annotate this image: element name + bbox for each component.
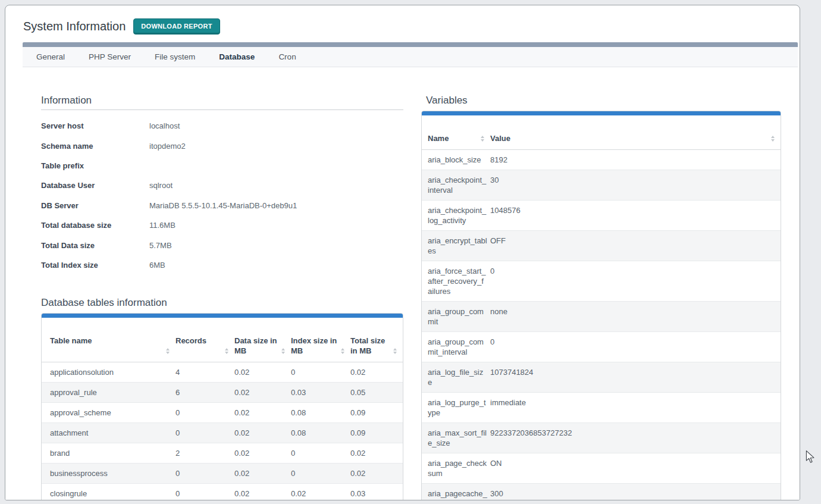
column-label: Data size in MB xyxy=(234,336,277,355)
sort-arrows-icon xyxy=(166,348,170,354)
cell-name: aria_force_start_after_recovery_failures xyxy=(422,261,490,302)
tab-container: GeneralPHP ServerFile systemDatabaseCron xyxy=(23,42,798,67)
column-header-records[interactable]: Records xyxy=(176,318,234,362)
desktop-background: { "page": { "title": "System Information… xyxy=(0,0,821,504)
info-value: 5.7MB xyxy=(149,241,172,250)
tab-php-server[interactable]: PHP Server xyxy=(77,52,143,61)
variables-card: NameValuearia_block_size8192aria_checkpo… xyxy=(421,111,781,500)
cell-value: immediate xyxy=(490,393,781,423)
variables-table: NameValuearia_block_size8192aria_checkpo… xyxy=(422,115,781,500)
tab-general[interactable]: General xyxy=(24,52,77,61)
table-row: aria_log_purge_typeimmediate xyxy=(422,393,781,423)
info-row: Server hostlocalhost xyxy=(41,116,403,136)
cell-table-name: approval_scheme xyxy=(42,403,176,423)
column-label: Total size in MB xyxy=(350,336,385,355)
table-row: businessprocess00.0200.02 xyxy=(42,464,403,484)
download-report-button[interactable]: DOWNLOAD REPORT xyxy=(133,18,220,35)
info-label: Total Index size xyxy=(41,261,149,270)
tab-top-bar xyxy=(23,42,798,47)
table-row: approval_scheme00.020.080.09 xyxy=(42,403,403,423)
cell-value: 9223372036853727232 xyxy=(490,423,781,453)
table-accent-bar xyxy=(422,111,781,115)
header-row: NameValue xyxy=(422,115,781,150)
cell-name: aria_encrypt_tables xyxy=(422,231,490,261)
information-heading: Information xyxy=(41,94,403,110)
cell-value: 0 xyxy=(490,332,781,362)
db-tables-heading: Database tables information xyxy=(41,296,403,309)
column-header-name[interactable]: Name xyxy=(422,115,490,150)
cell-value: 8192 xyxy=(490,150,781,170)
cell-index-size-in-mb: 0.03 xyxy=(291,383,350,403)
cell-index-size-in-mb: 0.08 xyxy=(291,403,350,423)
table-row: brand20.0200.02 xyxy=(42,443,403,464)
table-row: closingrule00.020.020.03 xyxy=(42,484,403,500)
column-header-value[interactable]: Value xyxy=(490,115,781,150)
cell-name: aria_page_checksum xyxy=(422,453,490,484)
cell-records: 0 xyxy=(176,403,234,423)
column-label: Name xyxy=(428,134,449,143)
cell-index-size-in-mb: 0 xyxy=(291,362,350,383)
column-header-table-name[interactable]: Table name xyxy=(42,318,176,362)
info-label: Server host xyxy=(41,121,149,130)
sort-arrows-icon xyxy=(393,348,397,354)
table-row: aria_page_checksumON xyxy=(422,453,781,484)
cell-records: 6 xyxy=(176,383,234,403)
info-row: Table prefix xyxy=(41,156,403,176)
cell-name: aria_log_purge_type xyxy=(422,393,490,423)
cell-records: 0 xyxy=(176,423,234,443)
column-header-data-size-in-mb[interactable]: Data size in MB xyxy=(234,318,291,362)
cell-table-name: approval_rule xyxy=(42,383,176,403)
cell-total-size-in-mb: 0.05 xyxy=(350,383,403,403)
cell-total-size-in-mb: 0.02 xyxy=(350,464,403,484)
tab-file-system[interactable]: File system xyxy=(143,52,207,61)
cell-name: aria_checkpoint_log_activity xyxy=(422,201,490,231)
table-row: aria_max_sort_file_size92233720368537272… xyxy=(422,423,781,453)
info-value: localhost xyxy=(149,121,180,130)
cell-total-size-in-mb: 0.03 xyxy=(350,484,403,500)
table-row: aria_checkpoint_interval30 xyxy=(422,170,781,201)
column-header-total-size-in-mb[interactable]: Total size in MB xyxy=(350,318,403,362)
sort-arrows-icon xyxy=(481,136,484,142)
cell-data-size-in-mb: 0.02 xyxy=(234,383,291,403)
info-value: MariaDB 5.5.5-10.1.45-MariaDB-0+deb9u1 xyxy=(149,201,297,210)
column-label: Index size in MB xyxy=(291,336,337,355)
table-row: aria_pagecache_age_threshold300 xyxy=(422,484,781,501)
cell-name: aria_group_commit xyxy=(422,302,490,332)
cell-value: OFF xyxy=(490,231,781,261)
tab-database[interactable]: Database xyxy=(207,52,267,61)
info-label: Schema name xyxy=(41,142,149,151)
cell-value: ON xyxy=(490,453,781,484)
tab-strip: GeneralPHP ServerFile systemDatabaseCron xyxy=(23,47,798,67)
info-label: Table prefix xyxy=(41,161,149,170)
cell-total-size-in-mb: 0.09 xyxy=(350,403,403,423)
tab-cron[interactable]: Cron xyxy=(267,52,308,61)
cell-name: aria_max_sort_file_size xyxy=(422,423,490,453)
cell-table-name: brand xyxy=(42,443,176,464)
sort-arrows-icon xyxy=(225,348,228,354)
variables-heading: Variables xyxy=(426,94,781,107)
column-label: Value xyxy=(490,134,510,143)
cell-total-size-in-mb: 0.02 xyxy=(350,362,403,383)
info-value: 11.6MB xyxy=(149,221,176,230)
column-header-index-size-in-mb[interactable]: Index size in MB xyxy=(291,318,350,362)
cell-value: 1048576 xyxy=(490,201,781,231)
table-row: aria_group_commit_interval0 xyxy=(422,332,781,362)
info-row: Total database size11.6MB xyxy=(41,215,403,235)
table-row: aria_force_start_after_recovery_failures… xyxy=(422,261,781,302)
cell-data-size-in-mb: 0.02 xyxy=(234,403,291,423)
mouse-cursor-icon xyxy=(806,450,815,464)
cell-value: none xyxy=(490,302,781,332)
info-row: DB ServerMariaDB 5.5.5-10.1.45-MariaDB-0… xyxy=(41,196,403,215)
cell-index-size-in-mb: 0 xyxy=(291,464,350,484)
info-label: DB Server xyxy=(41,201,149,210)
table-row: approval_rule60.020.030.05 xyxy=(42,383,403,403)
header-row: Table nameRecordsData size in MBIndex si… xyxy=(42,318,403,362)
db-tables-card: Table nameRecordsData size in MBIndex si… xyxy=(41,313,403,500)
cell-data-size-in-mb: 0.02 xyxy=(234,484,291,500)
cell-table-name: closingrule xyxy=(42,484,176,500)
info-value: sqlroot xyxy=(149,181,173,190)
cell-value: 0 xyxy=(490,261,781,302)
info-value: 6MB xyxy=(149,261,165,270)
column-label: Records xyxy=(176,336,206,345)
table-accent-bar xyxy=(42,314,403,318)
